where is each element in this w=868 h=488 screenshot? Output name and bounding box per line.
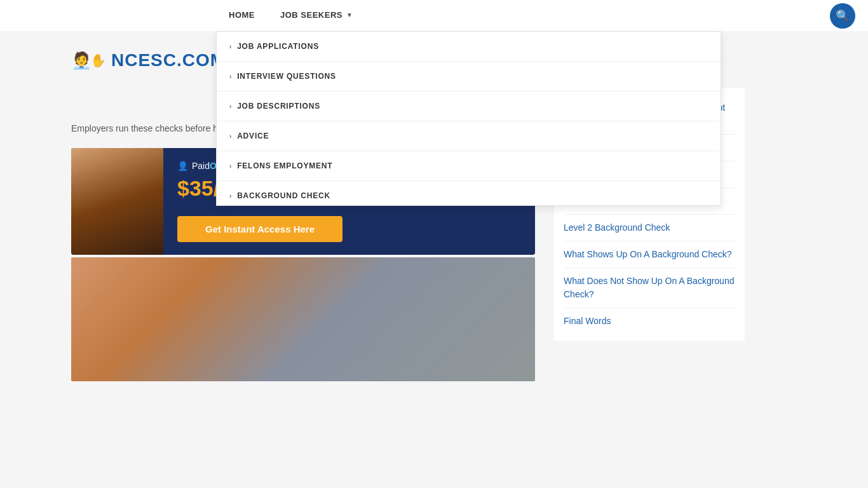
dropdown-item-interview-questions[interactable]: › INTERVIEW QUESTIONS: [217, 62, 721, 92]
search-button[interactable]: 🔍: [830, 3, 855, 29]
sidebar-link-what-not-shows-up[interactable]: What Does Not Show Up On A Background Ch…: [564, 268, 735, 308]
nav-job-seekers[interactable]: JOB SEEKERS ▼: [268, 0, 365, 31]
arrow-icon: ›: [229, 73, 232, 80]
dropdown-item-felons-employment[interactable]: › FELONS EMPLOYMENT: [217, 151, 721, 181]
arrow-icon: ›: [229, 163, 232, 170]
nav-home[interactable]: HOME: [216, 0, 268, 31]
arrow-icon: ›: [229, 133, 232, 140]
dropdown-item-job-descriptions[interactable]: › JOB DESCRIPTIONS: [217, 92, 721, 121]
sidebar-link-level2[interactable]: Level 2 Background Check: [564, 215, 735, 241]
arrow-icon: ›: [229, 103, 232, 110]
hand-icon: ✋: [90, 53, 106, 68]
top-navigation: HOME JOB SEEKERS ▼ 🔍 › JOB APPLICATIONS …: [0, 0, 868, 31]
chevron-down-icon: ▼: [346, 11, 353, 18]
search-icon: 🔍: [836, 9, 850, 23]
job-seekers-dropdown: › JOB APPLICATIONS › INTERVIEW QUESTIONS…: [216, 31, 721, 206]
logo-text: NCESC.COM: [111, 50, 226, 71]
dropdown-item-job-applications[interactable]: › JOB APPLICATIONS: [217, 32, 721, 62]
arrow-icon: ›: [229, 193, 232, 200]
dropdown-item-advice[interactable]: › ADVICE: [217, 121, 721, 151]
arrow-icon: ›: [229, 43, 232, 50]
article-image: [71, 257, 535, 381]
ad-cta-button[interactable]: Get Instant Access Here: [177, 216, 342, 242]
logo-icon: 🧑‍💼: [71, 51, 92, 71]
sidebar-link-final-words[interactable]: Final Words: [564, 308, 735, 334]
dropdown-item-background-check[interactable]: › BACKGROUND CHECK: [217, 181, 721, 205]
sidebar-link-what-shows-up[interactable]: What Shows Up On A Background Check?: [564, 241, 735, 268]
